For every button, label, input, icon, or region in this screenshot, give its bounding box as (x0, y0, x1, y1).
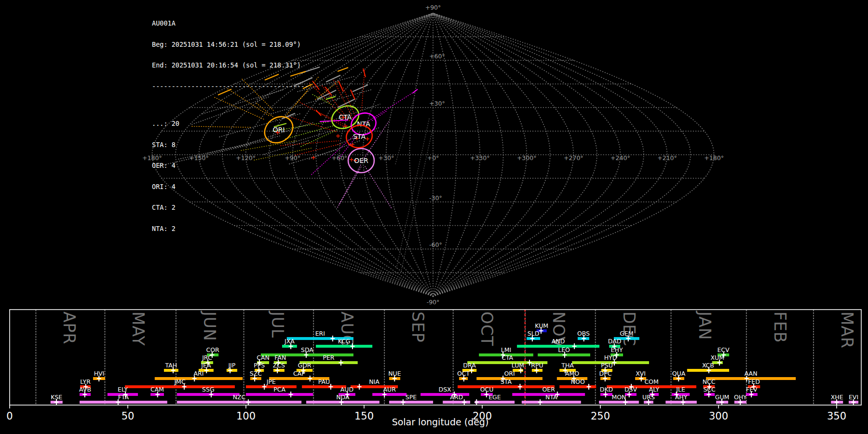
peak-marker-PCA (289, 392, 293, 397)
meteor-trail (363, 68, 366, 77)
shower-label-DSV: DSV (624, 386, 637, 393)
shower-label-CAP: CAP (293, 370, 305, 377)
x-axis-label: Solar longitude (deg) (392, 417, 489, 427)
shower-label-FTA: FTA (118, 393, 129, 401)
meteor-trail (413, 89, 418, 93)
shower-bar-STA (458, 385, 555, 388)
shower-label-JPE: JPE (266, 378, 276, 385)
latitude-label: +90° (425, 4, 441, 11)
shower-label-JRC: JRC (202, 354, 212, 361)
count-oer: OER: 4 (152, 162, 309, 169)
shower-bar-KCG (316, 345, 372, 348)
shower-label-LMI: LMI (501, 346, 511, 353)
shower-bar-JPE (246, 385, 297, 388)
peak-marker-NTA (538, 399, 542, 405)
peak-marker-ERI (330, 336, 335, 341)
peak-marker-NIA (357, 384, 362, 390)
activity-timeline: APRMAYJUNJULAUGSEPOCTNOVDECJANFEBMARKUME… (6, 310, 861, 427)
month-label-OCT: OCT (477, 312, 496, 346)
shower-label-JIP: JIP (228, 362, 235, 369)
shower-label-GUM: GUM (715, 393, 730, 401)
month-label-JUL: JUL (268, 311, 287, 338)
shower-bar-MON (599, 401, 639, 404)
separator-line: ---------------------------------------- (152, 83, 309, 90)
meteor-trail (339, 165, 361, 205)
shower-label-XVI: XVI (636, 370, 646, 377)
peak-marker-AND (572, 343, 577, 349)
shower-label-JEA: JEA (201, 362, 211, 369)
begin-time-line: Beg: 20251031 14:56:21 (sol = 218.09°) (152, 41, 309, 48)
longitude-label: +300° (517, 154, 537, 162)
latitude-label: +30° (429, 100, 445, 107)
shower-label-OHY: OHY (734, 393, 747, 401)
shower-label-AUD: AUD (340, 386, 353, 393)
shower-label-PSU: PSU (601, 362, 613, 369)
shower-label-KCG: KCG (338, 338, 351, 345)
shower-label-ORI: ORI (504, 370, 515, 377)
count-nta: NTA: 2 (152, 225, 309, 232)
longitude-label: +330° (470, 154, 490, 162)
shower-bar-SSG (177, 393, 240, 396)
shower-label-LUM: LUM (512, 362, 524, 369)
shower-label-NTA: NTA (545, 393, 557, 401)
shower-bar-SPE (389, 401, 433, 404)
shower-label-PCA: PCA (273, 386, 285, 393)
shower-label-TAH: TAH (165, 362, 177, 369)
shower-label-OCU: OCU (480, 386, 494, 393)
shower-label-CAN: CAN (257, 354, 270, 361)
shower-label-PER: PER (323, 354, 334, 361)
shower-bar-FTA (80, 401, 167, 404)
latitude-label: -30° (429, 194, 442, 202)
meteor-trail (396, 119, 429, 268)
shower-label-MON: MON (611, 393, 626, 401)
shower-label-NUE: NUE (388, 370, 401, 377)
shower-label-ELY: ELY (118, 386, 128, 393)
month-label-DEC: DEC (620, 312, 638, 346)
shower-bar-PCA (246, 393, 313, 396)
shower-label-EVI: EVI (849, 393, 858, 401)
month-label-JAN: JAN (695, 311, 714, 340)
shower-label-AAN: AAN (745, 370, 758, 377)
peak-marker-JPE (262, 384, 267, 390)
shower-label-OBS: OBS (577, 330, 590, 337)
month-label-JUN: JUN (200, 311, 219, 341)
shower-label-KUM: KUM (535, 322, 548, 329)
shower-label-AHY: AHY (675, 393, 688, 401)
shower-label-ARI: ARI (194, 370, 204, 377)
shower-label-NDA: NDA (336, 393, 350, 401)
shower-label-DRA: DRA (463, 362, 476, 369)
peak-marker-EGE (475, 399, 479, 405)
stats-panel: AU001A Beg: 20251031 14:56:21 (sol = 218… (152, 6, 309, 246)
shower-label-RPU: RPU (531, 362, 543, 369)
shower-label-GEM: GEM (620, 330, 633, 337)
longitude-label: +240° (610, 154, 630, 162)
shower-label-FEV: FEV (746, 386, 758, 393)
month-label-MAR: MAR (838, 312, 856, 349)
shower-label-DKD: DKD (600, 386, 613, 393)
latitude-label: -90° (427, 298, 440, 306)
longitude-label: +210° (657, 154, 677, 162)
shower-label-JXA: JXA (284, 338, 295, 345)
shower-label-THA: THA (561, 362, 574, 369)
shower-label-XUM: XUM (711, 354, 725, 361)
shower-bar-ARI (155, 377, 243, 380)
shower-label-SSG: SSG (202, 386, 215, 393)
plot-canvas: +180°+150°+120°+90°+60°+30°+0°+330°+300°… (0, 0, 868, 434)
shower-label-STA: STA (501, 378, 512, 385)
meteor-trail (372, 111, 387, 121)
peak-marker-PER (339, 360, 343, 366)
peak-marker-STA (518, 384, 522, 390)
shower-label-FAN: FAN (274, 354, 286, 361)
shower-label-SDA: SDA (301, 346, 313, 353)
meteor-trail (353, 85, 368, 92)
meteor-trail (363, 91, 415, 124)
shower-label-PAU: PAU (318, 378, 330, 385)
shower-label-NCC: NCC (703, 378, 716, 385)
longitude-label: +180° (704, 154, 724, 162)
x-tick-label-50: 50 (122, 410, 135, 422)
shower-label-GDR: GDR (298, 362, 312, 369)
shower-label-AUR: AUR (383, 386, 396, 393)
shower-label-LYR: LYR (80, 378, 91, 385)
shower-label-DAD: DAD (608, 338, 622, 345)
shower-label-EGE: EGE (488, 393, 501, 401)
